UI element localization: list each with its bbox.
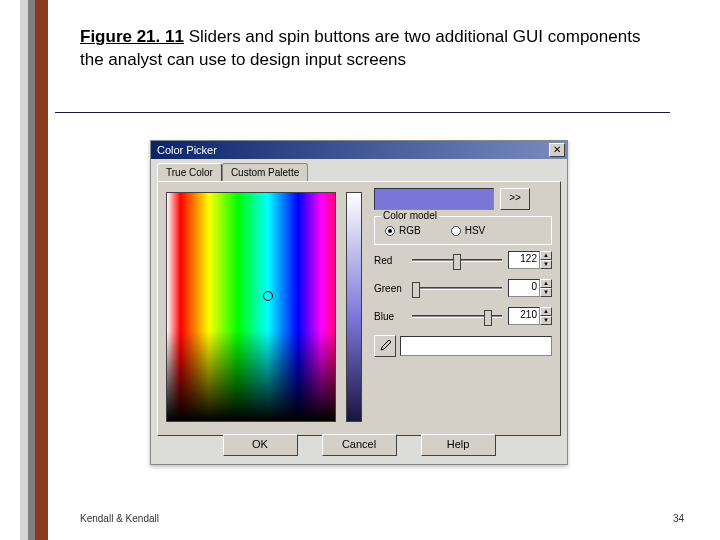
dialog-button-row: OK Cancel Help xyxy=(151,434,567,456)
tab-strip: True Color Custom Palette xyxy=(151,159,567,181)
color-gradient-area[interactable] xyxy=(166,192,336,422)
green-slider[interactable] xyxy=(412,287,502,290)
green-row: Green 0 ▲ ▼ xyxy=(374,279,552,297)
radio-rgb-label: RGB xyxy=(399,225,421,236)
tab-custom-palette[interactable]: Custom Palette xyxy=(222,163,308,181)
blue-spin-value[interactable]: 210 xyxy=(508,307,540,325)
red-spin-up[interactable]: ▲ xyxy=(540,251,552,260)
blue-spin-up[interactable]: ▲ xyxy=(540,307,552,316)
color-picker-window: Color Picker ✕ True Color Custom Palette… xyxy=(150,140,568,465)
radio-hsv[interactable] xyxy=(451,226,461,236)
value-strip[interactable] xyxy=(346,192,362,422)
window-title: Color Picker xyxy=(157,144,217,156)
cancel-button[interactable]: Cancel xyxy=(322,434,397,456)
help-button[interactable]: Help xyxy=(421,434,496,456)
eyedropper-button[interactable] xyxy=(374,335,396,357)
figure-label: Figure 21. 11 xyxy=(80,27,184,46)
add-swatch-button[interactable]: >> xyxy=(500,188,530,210)
slide-accent-stripe xyxy=(20,0,48,540)
blue-spin-down[interactable]: ▼ xyxy=(540,316,552,325)
green-spin-up[interactable]: ▲ xyxy=(540,279,552,288)
tab-true-color[interactable]: True Color xyxy=(157,163,222,181)
footer-page-number: 34 xyxy=(673,513,684,524)
green-spin-down[interactable]: ▼ xyxy=(540,288,552,297)
radio-hsv-label: HSV xyxy=(465,225,486,236)
ok-button[interactable]: OK xyxy=(223,434,298,456)
eyedropper-output[interactable] xyxy=(400,336,552,356)
color-cursor-icon[interactable] xyxy=(263,291,273,301)
window-titlebar: Color Picker ✕ xyxy=(151,141,567,159)
color-model-group: Color model RGB HSV xyxy=(374,216,552,245)
caption-underline xyxy=(55,112,670,113)
true-color-panel: >> Color model RGB HSV Red xyxy=(157,181,561,436)
green-spin-value[interactable]: 0 xyxy=(508,279,540,297)
red-slider[interactable] xyxy=(412,259,502,262)
red-spin-down[interactable]: ▼ xyxy=(540,260,552,269)
color-model-legend: Color model xyxy=(381,210,439,221)
close-button[interactable]: ✕ xyxy=(549,143,565,157)
radio-rgb[interactable] xyxy=(385,226,395,236)
eyedropper-icon xyxy=(378,339,392,353)
figure-caption: Figure 21. 11 Sliders and spin buttons a… xyxy=(80,26,650,72)
blue-label: Blue xyxy=(374,311,406,322)
current-color-swatch xyxy=(374,188,494,210)
red-row: Red 122 ▲ ▼ xyxy=(374,251,552,269)
footer-credit: Kendall & Kendall xyxy=(80,513,159,524)
red-label: Red xyxy=(374,255,406,266)
blue-slider[interactable] xyxy=(412,315,502,318)
green-label: Green xyxy=(374,283,406,294)
blue-row: Blue 210 ▲ ▼ xyxy=(374,307,552,325)
red-spin-value[interactable]: 122 xyxy=(508,251,540,269)
